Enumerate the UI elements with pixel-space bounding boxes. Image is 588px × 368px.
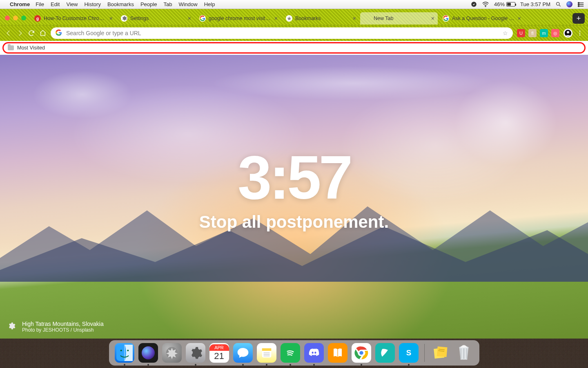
- macos-dock: APR21 S: [109, 340, 479, 366]
- bookmark-star-icon[interactable]: ☆: [503, 30, 508, 36]
- menu-tab[interactable]: Tab: [163, 1, 172, 7]
- dock-stickies[interactable]: [430, 343, 450, 363]
- dock-spotify[interactable]: [281, 343, 300, 363]
- folder-icon: [8, 45, 14, 50]
- svg-point-6: [578, 2, 579, 3]
- tab-close-icon[interactable]: ×: [431, 16, 434, 21]
- bookmark-most-visited[interactable]: Most Visited: [17, 45, 45, 51]
- fullscreen-window-button[interactable]: [21, 16, 26, 20]
- window-controls: [0, 16, 30, 25]
- menu-people[interactable]: People: [140, 1, 157, 7]
- photo-location: High Tatras Mountains, Slovakia: [22, 321, 104, 327]
- tab-close-icon[interactable]: ×: [109, 16, 113, 21]
- svg-point-10: [567, 31, 569, 34]
- svg-point-12: [579, 33, 581, 34]
- dock-siri[interactable]: [138, 343, 158, 363]
- menu-bookmarks[interactable]: Bookmarks: [107, 1, 134, 7]
- extension-ext2[interactable]: fl: [528, 29, 537, 37]
- back-button[interactable]: [5, 29, 12, 37]
- svg-rect-33: [437, 346, 447, 357]
- dock-messages[interactable]: [233, 343, 253, 363]
- extension-ublock[interactable]: U: [517, 29, 525, 37]
- tab-favicon: ★: [286, 15, 292, 22]
- siri-icon[interactable]: [566, 1, 572, 7]
- momentum-mantra: Stop all postponement.: [199, 212, 389, 232]
- dock-discord[interactable]: [304, 343, 324, 363]
- tab-title: Bookmarks: [295, 16, 350, 21]
- extension-ext4[interactable]: ◎: [551, 29, 559, 37]
- macos-menubar: Chrome File Edit View History Bookmarks …: [0, 0, 588, 9]
- svg-point-13: [579, 34, 581, 36]
- reload-button[interactable]: [28, 29, 35, 37]
- browser-chrome: gHow-To Customize Chrom…×Settings×google…: [0, 9, 588, 41]
- photo-byline: Photo by JESHOOTS / Unsplash: [22, 327, 104, 333]
- tab-title: Settings: [130, 16, 185, 21]
- extension-momentum[interactable]: m: [540, 29, 548, 37]
- tab-close-icon[interactable]: ×: [274, 16, 278, 21]
- browser-tab[interactable]: Ask a Question - Google C…×: [439, 12, 524, 25]
- dock-books[interactable]: [328, 343, 347, 363]
- dock-system-preferences[interactable]: [186, 343, 205, 363]
- tab-title: Ask a Question - Google C…: [452, 16, 515, 21]
- browser-tab[interactable]: ★Bookmarks×: [282, 12, 359, 25]
- calendar-day: 21: [214, 351, 224, 361]
- close-window-button[interactable]: [5, 16, 10, 20]
- svg-rect-21: [262, 348, 271, 351]
- settings-gear-icon[interactable]: [7, 322, 16, 332]
- minimize-window-button[interactable]: [13, 16, 18, 20]
- menubar-clock[interactable]: Tue 3:57 PM: [520, 1, 550, 7]
- dock-skype[interactable]: S: [399, 343, 419, 363]
- bookmark-bar-highlight: Most Visited: [2, 42, 586, 54]
- dock-notes[interactable]: [257, 343, 276, 363]
- forward-button[interactable]: [16, 29, 24, 37]
- control-center-icon[interactable]: [577, 2, 584, 7]
- svg-point-7: [578, 4, 579, 5]
- tab-title: google chrome most visite…: [209, 16, 272, 21]
- svg-point-17: [120, 350, 122, 351]
- tab-favicon: g: [34, 15, 41, 22]
- browser-tab[interactable]: Settings×: [117, 12, 194, 25]
- battery-percent: 46%: [494, 1, 505, 7]
- menu-edit[interactable]: Edit: [51, 1, 60, 7]
- chrome-menu-button[interactable]: [577, 30, 583, 36]
- menu-window[interactable]: Window: [178, 1, 197, 7]
- browser-tab[interactable]: google chrome most visite…×: [195, 12, 281, 25]
- menu-view[interactable]: View: [66, 1, 78, 7]
- tab-close-icon[interactable]: ×: [353, 16, 356, 21]
- wifi-icon[interactable]: [482, 2, 489, 7]
- menu-help[interactable]: Help: [204, 1, 215, 7]
- tab-close-icon[interactable]: ×: [188, 16, 191, 21]
- svg-text:S: S: [406, 348, 411, 357]
- svg-point-8: [578, 5, 579, 7]
- dock-chrome[interactable]: [352, 343, 371, 363]
- photo-attribution[interactable]: High Tatras Mountains, Slovakia Photo by…: [22, 321, 104, 333]
- dock-separator: [424, 344, 425, 362]
- profile-avatar[interactable]: [564, 29, 572, 38]
- tab-favicon: [443, 15, 449, 22]
- new-tab-content: 3:57 Stop all postponement. High Tatras …: [0, 55, 588, 339]
- new-tab-button[interactable]: +: [572, 13, 585, 24]
- tab-close-icon[interactable]: ×: [518, 16, 521, 21]
- dock-finder[interactable]: [115, 343, 134, 363]
- bookmark-bar-area: Most Visited: [0, 41, 588, 55]
- dock-trash[interactable]: [454, 343, 474, 363]
- tab-favicon: [364, 15, 371, 22]
- app-menu[interactable]: Chrome: [10, 1, 30, 7]
- tab-title: New Tab: [374, 16, 428, 21]
- browser-tab[interactable]: gHow-To Customize Chrom…×: [30, 12, 116, 25]
- dock-launchpad[interactable]: [162, 343, 182, 363]
- desktop-strip: APR21 S: [0, 339, 588, 368]
- dock-calendar[interactable]: APR21: [209, 343, 229, 363]
- home-button[interactable]: [39, 29, 47, 37]
- dock-app-teal[interactable]: [375, 343, 395, 363]
- browser-tab[interactable]: New Tab×: [360, 12, 438, 25]
- tab-favicon: [199, 15, 206, 22]
- battery-indicator[interactable]: 46%: [494, 1, 515, 7]
- svg-point-1: [485, 7, 486, 7]
- status-icon[interactable]: [471, 1, 477, 7]
- address-bar[interactable]: Search Google or type a URL ☆: [51, 27, 513, 39]
- momentum-clock: 3:57: [238, 147, 350, 208]
- menu-history[interactable]: History: [84, 1, 100, 7]
- menu-file[interactable]: File: [36, 1, 44, 7]
- spotlight-icon[interactable]: [555, 1, 561, 7]
